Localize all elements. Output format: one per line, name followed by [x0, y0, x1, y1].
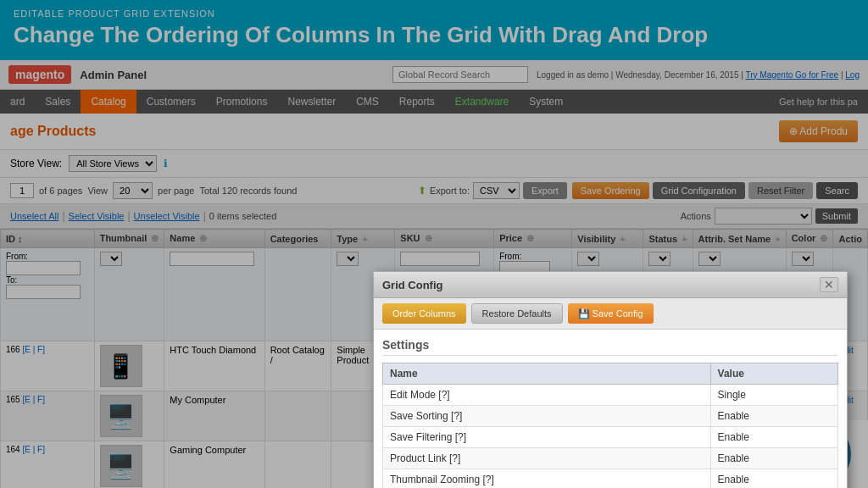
setting-name: Save Sorting [?]: [383, 406, 711, 427]
save-config-button[interactable]: 💾 Save Config: [568, 303, 654, 324]
setting-name: Thumbnail Zooming [?]: [383, 469, 711, 489]
settings-title: Settings: [382, 338, 838, 356]
setting-name: Product Link [?]: [383, 448, 711, 469]
settings-table: Name Value Edit Mode [?] Single Save Sor…: [382, 363, 838, 488]
modal-body: Settings Name Value Edit Mode [?] Single…: [374, 330, 847, 488]
settings-row: Edit Mode [?] Single: [383, 385, 838, 406]
settings-row: Save Filtering [?] Enable: [383, 427, 838, 448]
setting-value: Enable: [710, 406, 837, 427]
setting-value: Enable: [710, 448, 837, 469]
setting-value: Enable: [710, 427, 837, 448]
settings-header-row: Name Value: [383, 363, 838, 385]
setting-value: Single: [710, 385, 837, 406]
settings-row: Thumbnail Zooming [?] Enable: [383, 469, 838, 489]
settings-body: Edit Mode [?] Single Save Sorting [?] En…: [383, 385, 838, 489]
settings-row: Product Link [?] Enable: [383, 448, 838, 469]
settings-col-value: Value: [710, 363, 837, 385]
settings-col-name: Name: [383, 363, 711, 385]
settings-row: Save Sorting [?] Enable: [383, 406, 838, 427]
modal-close-button[interactable]: ✕: [820, 277, 838, 292]
setting-name: Edit Mode [?]: [383, 385, 711, 406]
modal-header: Grid Config ✕: [374, 272, 847, 298]
setting-value: Enable: [710, 469, 837, 489]
setting-name: Save Filtering [?]: [383, 427, 711, 448]
restore-defaults-button[interactable]: Restore Defaults: [471, 303, 563, 324]
grid-config-modal: Grid Config ✕ Order Columns Restore Defa…: [373, 271, 848, 488]
modal-toolbar: Order Columns Restore Defaults 💾 Save Co…: [374, 298, 847, 330]
modal-title: Grid Config: [382, 279, 443, 291]
order-columns-button[interactable]: Order Columns: [382, 303, 466, 324]
